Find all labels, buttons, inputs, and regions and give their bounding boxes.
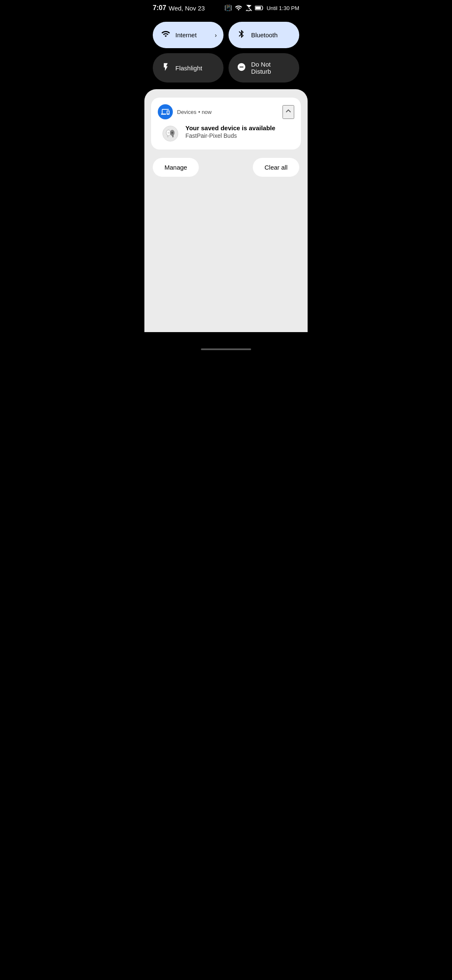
wifi-icon <box>161 29 170 41</box>
wifi-status-icon <box>235 4 242 12</box>
notification-title: Your saved device is available <box>185 124 275 132</box>
notification-time: now <box>202 109 212 115</box>
pixel-buds-icon <box>161 124 180 143</box>
status-bar: 7:07 Wed, Nov 23 📳 Until 1:30 PM <box>144 0 308 15</box>
clear-all-button[interactable]: Clear all <box>253 158 299 177</box>
manage-button[interactable]: Manage <box>153 158 199 177</box>
vibrate-icon: 📳 <box>224 4 232 12</box>
flashlight-icon <box>161 62 170 74</box>
collapse-button[interactable] <box>282 105 294 119</box>
time: 7:07 <box>153 4 166 12</box>
notification-content: Your saved device is available FastPair-… <box>158 124 294 143</box>
action-buttons: Manage Clear all <box>151 155 301 180</box>
notification-subtitle: FastPair-Pixel Buds <box>185 132 275 139</box>
notification-dot: • <box>198 109 202 115</box>
svg-rect-1 <box>255 7 261 9</box>
devices-app-icon <box>158 104 173 119</box>
notification-app-info: Devices • now <box>158 104 212 119</box>
signal-icon <box>245 4 252 12</box>
internet-tile[interactable]: Internet › <box>153 22 223 48</box>
notification-text-block: Your saved device is available FastPair-… <box>185 124 275 139</box>
bluetooth-icon <box>237 29 246 41</box>
battery-icon <box>255 5 264 11</box>
svg-rect-7 <box>167 135 168 137</box>
home-indicator <box>201 348 251 350</box>
dnd-label: Do Not Disturb <box>251 61 291 75</box>
svg-rect-8 <box>172 135 174 137</box>
notification-header: Devices • now <box>158 104 294 119</box>
dnd-icon <box>237 62 246 74</box>
notification-card[interactable]: Devices • now <box>151 98 301 150</box>
internet-label: Internet <box>175 31 197 39</box>
svg-point-5 <box>167 132 170 134</box>
battery-label: Until 1:30 PM <box>267 5 299 11</box>
notification-app-name: Devices • now <box>177 108 212 116</box>
app-name-text: Devices <box>177 109 196 115</box>
bluetooth-label: Bluetooth <box>251 31 277 39</box>
svg-point-6 <box>171 132 173 134</box>
status-left: 7:07 Wed, Nov 23 <box>153 4 205 12</box>
bluetooth-tile[interactable]: Bluetooth <box>229 22 299 48</box>
flashlight-label: Flashlight <box>175 64 202 72</box>
status-right: 📳 Until 1:30 PM <box>224 4 299 12</box>
notification-area: Devices • now <box>144 89 308 332</box>
dnd-tile[interactable]: Do Not Disturb <box>229 53 299 83</box>
chevron-right-icon: › <box>215 32 217 39</box>
quick-settings: Internet › Bluetooth Flashlight Do Not D… <box>144 15 308 89</box>
flashlight-tile[interactable]: Flashlight <box>153 53 223 83</box>
date: Wed, Nov 23 <box>169 5 205 12</box>
